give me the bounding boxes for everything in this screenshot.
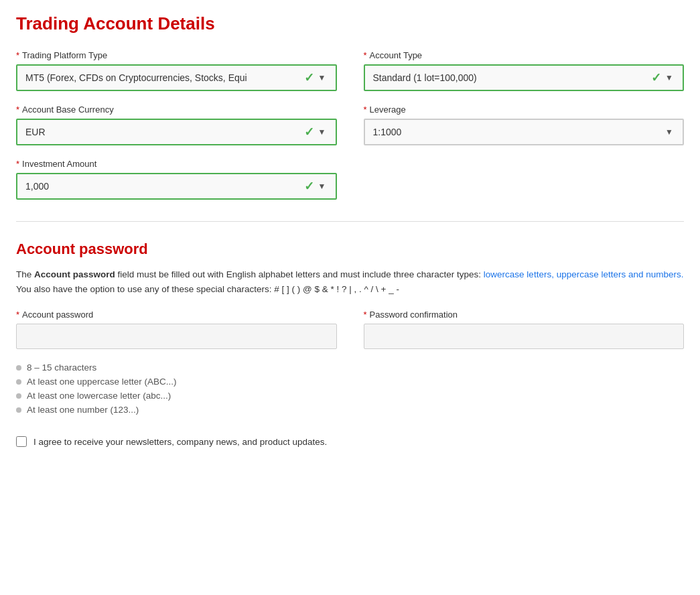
account-password-group: *Account password <box>16 310 337 349</box>
validation-item-1: 8 – 15 characters <box>16 362 684 373</box>
account-type-group: *Account Type Standard (1 lot=100,000) ✓… <box>364 50 685 91</box>
bullet-1 <box>16 365 21 371</box>
account-password-label: *Account password <box>16 310 337 320</box>
page-title: Trading Account Details <box>16 13 684 34</box>
investment-amount-label: *Investment Amount <box>16 159 337 169</box>
form-row-3: *Investment Amount 1,000 ✓ ▼ <box>16 159 684 200</box>
placeholder-group <box>364 159 685 200</box>
leverage-label: *Leverage <box>364 105 685 115</box>
newsletter-label: I agree to receive your newsletters, com… <box>33 437 327 447</box>
validation-list: 8 – 15 characters At least one uppercase… <box>16 362 684 415</box>
password-fields-row: *Account password *Password confirmation <box>16 310 684 349</box>
leverage-select[interactable]: 1:1000 <box>365 120 683 144</box>
leverage-group: *Leverage 1:1000 ▼ <box>364 105 685 145</box>
password-description: The Account password field must be fille… <box>16 267 684 296</box>
required-star-3: * <box>16 105 19 115</box>
form-row-2: *Account Base Currency EUR ✓ ▼ *Leverage… <box>16 105 684 145</box>
required-star-confirm: * <box>364 310 367 320</box>
password-desc-colored: lowercase letters, uppercase letters and… <box>484 269 684 279</box>
investment-amount-select-wrapper: 1,000 ✓ ▼ <box>16 173 337 200</box>
platform-type-select[interactable]: MT5 (Forex, CFDs on Cryptocurrencies, St… <box>17 66 336 90</box>
password-confirm-input[interactable] <box>364 324 685 349</box>
account-type-select-wrapper: Standard (1 lot=100,000) ✓ ▼ <box>364 64 685 91</box>
base-currency-select-wrapper: EUR ✓ ▼ <box>16 119 337 145</box>
validation-text-3: At least one lowercase letter (abc...) <box>27 391 171 401</box>
account-type-select[interactable]: Standard (1 lot=100,000) <box>365 66 683 90</box>
required-star-4: * <box>364 105 367 115</box>
investment-amount-select[interactable]: 1,000 <box>17 174 336 198</box>
validation-item-2: At least one uppercase letter (ABC...) <box>16 377 684 387</box>
required-star: * <box>16 50 19 60</box>
newsletter-row: I agree to receive your newsletters, com… <box>16 436 684 447</box>
account-password-input[interactable] <box>16 324 337 349</box>
bullet-3 <box>16 393 21 399</box>
platform-type-select-wrapper: MT5 (Forex, CFDs on Cryptocurrencies, St… <box>16 64 337 91</box>
base-currency-label: *Account Base Currency <box>16 105 337 115</box>
account-type-label: *Account Type <box>364 50 685 60</box>
required-star-pw: * <box>16 310 19 320</box>
required-star-5: * <box>16 159 19 169</box>
form-row-1: *Trading Platform Type MT5 (Forex, CFDs … <box>16 50 684 91</box>
validation-text-4: At least one number (123...) <box>27 405 139 415</box>
bullet-4 <box>16 407 21 413</box>
base-currency-select[interactable]: EUR <box>17 120 336 144</box>
password-section-title: Account password <box>16 241 684 258</box>
password-section: Account password The Account password fi… <box>16 241 684 415</box>
validation-item-4: At least one number (123...) <box>16 405 684 415</box>
password-confirm-label: *Password confirmation <box>364 310 685 320</box>
leverage-select-wrapper: 1:1000 ▼ <box>364 119 685 145</box>
trading-details-section: *Trading Platform Type MT5 (Forex, CFDs … <box>16 50 684 200</box>
required-star-2: * <box>364 50 367 60</box>
platform-type-group: *Trading Platform Type MT5 (Forex, CFDs … <box>16 50 337 91</box>
password-confirm-group: *Password confirmation <box>364 310 685 349</box>
investment-amount-group: *Investment Amount 1,000 ✓ ▼ <box>16 159 337 200</box>
bullet-2 <box>16 379 21 385</box>
password-desc-bold: Account password <box>34 269 115 279</box>
section-divider <box>16 221 684 222</box>
validation-text-2: At least one uppercase letter (ABC...) <box>27 377 177 387</box>
platform-type-label: *Trading Platform Type <box>16 50 337 60</box>
base-currency-group: *Account Base Currency EUR ✓ ▼ <box>16 105 337 145</box>
validation-item-3: At least one lowercase letter (abc...) <box>16 391 684 401</box>
newsletter-checkbox[interactable] <box>16 436 27 447</box>
validation-text-1: 8 – 15 characters <box>27 362 96 373</box>
